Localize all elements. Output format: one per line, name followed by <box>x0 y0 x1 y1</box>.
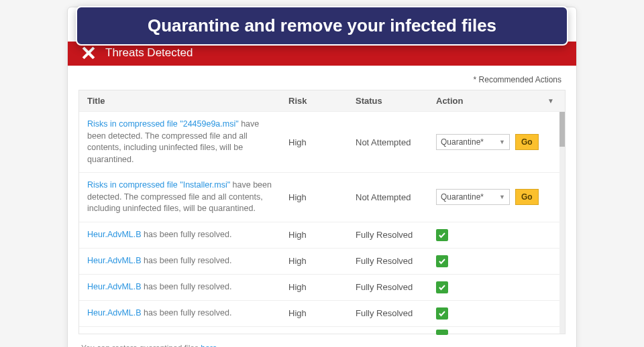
cell-action <box>436 307 551 320</box>
threat-description: has been fully resolved. <box>142 282 232 291</box>
threat-description: has been fully resolved. <box>142 256 232 265</box>
table-row: Heur.AdvML.B has been fully resolved.Hig… <box>79 222 559 249</box>
scrollbar-thumb[interactable] <box>559 112 565 147</box>
col-header-status[interactable]: Status <box>356 96 436 106</box>
cell-title: Heur.AdvML.B has been fully resolved. <box>87 255 288 267</box>
action-select[interactable]: Quarantine*▼ <box>436 189 510 205</box>
table-header: Title Risk Status Action ▼ <box>79 90 565 112</box>
resolved-check-icon <box>436 255 448 267</box>
cell-title: Risks in compressed file "24459e9a.msi" … <box>87 119 288 165</box>
cell-title: Heur.AdvML.B has been fully resolved. <box>87 307 288 320</box>
cell-status: Fully Resolved <box>356 282 436 292</box>
go-button[interactable]: Go <box>515 134 539 150</box>
resolved-check-icon <box>436 330 448 335</box>
threat-link[interactable]: Heur.AdvML.B <box>87 282 142 291</box>
cell-status: Not Attempted <box>356 137 436 147</box>
cell-title: Risks in compressed file "Installer.msi"… <box>87 180 288 215</box>
cell-action <box>436 229 551 241</box>
cell-status: Fully Resolved <box>356 308 436 318</box>
cell-status: Not Attempted <box>356 192 436 202</box>
threat-description: has been fully resolved. <box>142 308 232 318</box>
threat-link[interactable]: Heur.AdvML.B <box>87 230 142 239</box>
chevron-down-icon[interactable]: ▼ <box>547 97 557 105</box>
chevron-down-icon: ▼ <box>499 139 505 145</box>
go-button[interactable]: Go <box>515 189 539 205</box>
restore-link[interactable]: here <box>201 344 217 348</box>
resolved-check-icon <box>436 229 448 241</box>
threat-link[interactable]: Risks in compressed file "Installer.msi" <box>87 180 230 190</box>
resolved-check-icon <box>436 307 448 320</box>
cell-action <box>436 281 551 293</box>
cell-risk: High <box>288 137 356 147</box>
instruction-banner: Quarantine and remove your infected file… <box>76 6 568 46</box>
table-row: Heur.AdvML.B has been fully resolved.Hig… <box>79 249 559 275</box>
cell-status: Fully Resolved <box>356 256 436 266</box>
cell-risk: High <box>288 282 356 292</box>
table-row: Risks in compressed file "24459e9a.msi" … <box>79 112 559 173</box>
cell-risk: High <box>288 256 356 266</box>
cell-action <box>436 255 551 267</box>
threat-x-icon <box>81 46 96 60</box>
banner-title: Quarantine and remove your infected file… <box>148 15 496 36</box>
table-row: Heur.AdvML.B has been fully resolved.Hig… <box>79 301 559 327</box>
alert-title: Threats Detected <box>105 46 193 60</box>
threats-table: Title Risk Status Action ▼ Risks in comp… <box>78 90 566 334</box>
action-select-value: Quarantine* <box>441 192 484 202</box>
col-header-risk[interactable]: Risk <box>288 96 356 106</box>
cell-risk: High <box>288 230 356 240</box>
action-select[interactable]: Quarantine*▼ <box>436 134 510 150</box>
col-header-title[interactable]: Title <box>87 96 288 106</box>
table-row: Heur.AdvML.B has been fully resolved.Hig… <box>79 275 559 301</box>
cell-title: Heur.AdvML.B has been fully resolved. <box>87 281 288 293</box>
threat-link[interactable]: Risks in compressed file "24459e9a.msi" <box>87 119 239 129</box>
action-select-value: Quarantine* <box>441 137 484 147</box>
scrollbar[interactable] <box>559 112 565 334</box>
threat-link[interactable]: Heur.AdvML.B <box>87 256 142 265</box>
table-row <box>79 327 559 334</box>
cell-action: Quarantine*▼Go <box>436 189 551 205</box>
threat-description: has been fully resolved. <box>142 230 232 239</box>
cell-risk: High <box>288 192 356 202</box>
cell-title: Heur.AdvML.B has been fully resolved. <box>87 229 288 241</box>
dialog-content: * Recommended Actions Title Risk Status … <box>68 66 576 347</box>
col-header-action[interactable]: Action ▼ <box>436 96 557 106</box>
chevron-down-icon: ▼ <box>499 194 505 200</box>
recommended-note: * Recommended Actions <box>78 72 566 90</box>
cell-action: Quarantine*▼Go <box>436 134 551 150</box>
threat-link[interactable]: Heur.AdvML.B <box>87 308 142 318</box>
dialog-window: Quarantine and remove your infected file… <box>67 7 577 347</box>
table-body: Risks in compressed file "24459e9a.msi" … <box>79 112 559 334</box>
cell-status: Fully Resolved <box>356 230 436 240</box>
table-row: Risks in compressed file "Installer.msi"… <box>79 173 559 222</box>
resolved-check-icon <box>436 281 448 293</box>
restore-note: You can restore quarantined files here . <box>78 334 566 348</box>
cell-risk: High <box>288 308 356 318</box>
